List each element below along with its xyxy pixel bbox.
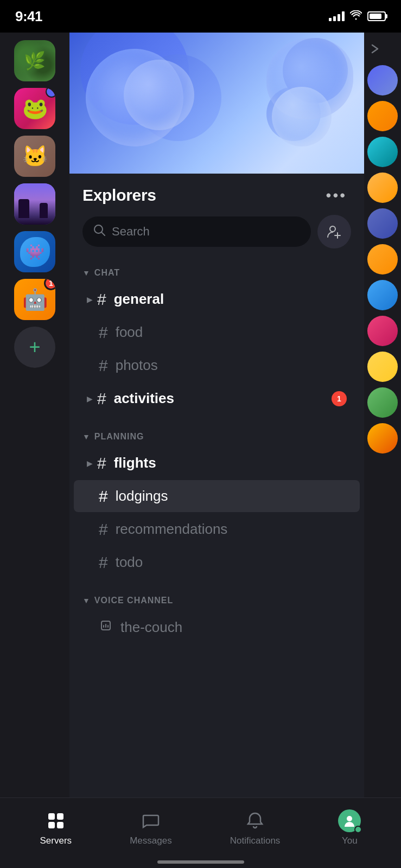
channel-todo-label: todo bbox=[116, 554, 143, 571]
activities-expand-icon: ▶ bbox=[87, 394, 93, 403]
right-avatar-6 bbox=[367, 244, 398, 275]
chat-arrow-icon: ▼ bbox=[82, 269, 90, 277]
nav-messages-label: Messages bbox=[130, 835, 171, 846]
svg-rect-5 bbox=[48, 813, 55, 820]
svg-rect-8 bbox=[57, 822, 63, 828]
flights-expand-icon: ▶ bbox=[87, 459, 93, 468]
nav-servers-label: Servers bbox=[40, 835, 72, 846]
search-bar[interactable]: Search bbox=[82, 216, 311, 247]
servers-nav-icon bbox=[44, 809, 67, 832]
nav-item-you[interactable]: You bbox=[327, 805, 372, 851]
search-container: Search bbox=[69, 215, 364, 259]
svg-point-2 bbox=[330, 226, 335, 232]
right-avatar-4 bbox=[367, 173, 398, 203]
right-avatar-11 bbox=[367, 423, 398, 454]
search-icon bbox=[93, 224, 105, 239]
svg-point-9 bbox=[347, 816, 352, 821]
channel-panel: Explorers ••• Search bbox=[69, 33, 364, 797]
channel-the-couch-label: the-couch bbox=[120, 619, 182, 636]
right-avatar-9 bbox=[367, 352, 398, 382]
content-area: 🌿 🐸 🐱 👾 bbox=[0, 33, 401, 797]
nav-item-notifications[interactable]: Notifications bbox=[219, 805, 291, 851]
status-time: 9:41 bbox=[15, 8, 42, 25]
voice-arrow-icon: ▼ bbox=[82, 596, 90, 605]
status-icons bbox=[329, 10, 386, 23]
channel-list: Explorers ••• Search bbox=[69, 174, 364, 797]
channel-general-label: general bbox=[114, 291, 164, 308]
category-planning-label: PLANNING bbox=[94, 432, 144, 442]
right-avatar-2 bbox=[367, 101, 398, 131]
server-header: Explorers ••• bbox=[69, 174, 364, 215]
channel-item-photos[interactable]: # photos bbox=[74, 349, 360, 381]
add-member-button[interactable] bbox=[317, 215, 351, 248]
status-bar: 9:41 bbox=[0, 0, 401, 33]
server-icon-plants[interactable]: 🌿 bbox=[14, 40, 55, 81]
general-expand-icon: ▶ bbox=[87, 295, 93, 304]
signal-icon bbox=[329, 11, 345, 21]
right-avatar-strip bbox=[364, 33, 401, 797]
server-icon-sunset[interactable] bbox=[14, 183, 55, 225]
channel-item-todo[interactable]: # todo bbox=[74, 546, 360, 578]
messages-nav-icon bbox=[139, 809, 162, 832]
channel-recommendations-label: recommendations bbox=[116, 521, 228, 538]
right-avatar-7 bbox=[367, 280, 398, 310]
right-avatar-10 bbox=[367, 387, 398, 418]
channel-food-label: food bbox=[116, 324, 143, 341]
channel-item-recommendations[interactable]: # recommendations bbox=[74, 513, 360, 545]
servers-sidebar: 🌿 🐸 🐱 👾 bbox=[0, 33, 69, 797]
channel-activities-label: activities bbox=[114, 390, 174, 407]
channel-item-food[interactable]: # food bbox=[74, 316, 360, 348]
channel-item-lodgings[interactable]: # lodgings bbox=[74, 480, 360, 512]
home-indicator bbox=[157, 860, 244, 864]
channel-item-general[interactable]: ▶ # general bbox=[74, 283, 360, 315]
voice-channel-icon bbox=[99, 618, 113, 636]
right-avatar-3 bbox=[367, 137, 398, 167]
nav-item-messages[interactable]: Messages bbox=[119, 805, 182, 851]
right-avatar-1 bbox=[367, 65, 398, 95]
planning-arrow-icon: ▼ bbox=[82, 432, 90, 441]
right-avatar-5 bbox=[367, 208, 398, 239]
bottom-nav: Servers Messages Notifications bbox=[0, 797, 401, 868]
wifi-icon bbox=[350, 10, 362, 23]
more-options-button[interactable]: ••• bbox=[322, 184, 351, 206]
server-icon-alien[interactable]: 👾 bbox=[14, 231, 55, 272]
category-planning[interactable]: ▼ PLANNING bbox=[69, 423, 364, 446]
svg-rect-7 bbox=[48, 822, 55, 828]
server-icon-frog[interactable]: 🐸 bbox=[14, 88, 55, 129]
server-banner bbox=[69, 33, 364, 174]
channel-item-activities[interactable]: ▶ # activities 1 bbox=[74, 382, 360, 414]
add-server-button[interactable]: + bbox=[14, 327, 55, 368]
svg-rect-6 bbox=[57, 813, 63, 820]
channel-photos-label: photos bbox=[116, 357, 158, 374]
channel-item-the-couch[interactable]: the-couch bbox=[74, 611, 360, 643]
you-avatar bbox=[338, 809, 361, 832]
server-icon-cat[interactable]: 🐱 bbox=[14, 136, 55, 177]
svg-line-1 bbox=[101, 232, 105, 235]
channel-item-flights[interactable]: ▶ # flights bbox=[74, 447, 360, 479]
battery-icon bbox=[367, 11, 386, 21]
search-placeholder: Search bbox=[112, 225, 150, 239]
nav-item-servers[interactable]: Servers bbox=[29, 805, 83, 851]
bell-nav-icon bbox=[244, 809, 266, 832]
channel-lodgings-label: lodgings bbox=[116, 488, 168, 505]
right-chevron-icon bbox=[369, 38, 396, 60]
category-voice-label: VOICE CHANNEL bbox=[94, 596, 173, 605]
category-chat-label: CHAT bbox=[94, 268, 120, 278]
right-avatar-8 bbox=[367, 316, 398, 346]
nav-you-label: You bbox=[342, 835, 358, 846]
app-container: 🌿 🐸 🐱 👾 bbox=[0, 33, 401, 868]
server-name: Explorers bbox=[82, 186, 156, 205]
activities-badge: 1 bbox=[332, 391, 347, 406]
category-voice[interactable]: ▼ VOICE CHANNEL bbox=[69, 587, 364, 610]
nav-notifications-label: Notifications bbox=[230, 835, 281, 846]
channel-flights-label: flights bbox=[114, 455, 156, 471]
server-icon-robot[interactable]: 🤖 1 bbox=[14, 279, 55, 320]
category-chat[interactable]: ▼ CHAT bbox=[69, 259, 364, 282]
